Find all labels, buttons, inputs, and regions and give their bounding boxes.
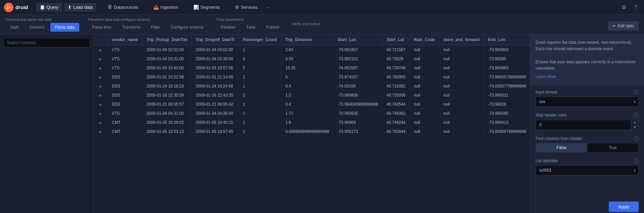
tab-partition[interactable]: Partition <box>216 23 240 32</box>
tab-tune[interactable]: Tune <box>242 23 260 32</box>
nav-item-segments[interactable]: 📊 Segments <box>190 3 224 11</box>
cell-trip-dropoff: 2009-01-24 16:24:56 <box>191 82 238 91</box>
cell-store-forward: null <box>439 55 484 64</box>
row-expand-btn[interactable]: ▶ <box>98 112 103 115</box>
search-input[interactable] <box>3 38 90 47</box>
tab-filter[interactable]: Filter <box>146 23 165 32</box>
col-expand <box>94 35 108 45</box>
services-icon: ⚙ <box>235 5 239 10</box>
table-area[interactable]: vendor_name Trip_Pickup_DateTim Trip_Dro… <box>94 35 530 213</box>
cell-start-lon: -74.00158 <box>333 82 382 91</box>
row-expand-btn[interactable]: ▶ <box>98 48 103 52</box>
table-body: ▶ VTS 2009-01-04 02:52:00 2009-01-04 03:… <box>94 45 530 136</box>
cell-end-lon: -73.990413 <box>484 118 530 127</box>
datasources-icon: 🗄 <box>108 5 112 10</box>
cell-start-lon: -74.002587 <box>333 64 382 73</box>
nav-item-query[interactable]: 📋 Query <box>36 3 62 11</box>
tab-configure-schema[interactable]: Configure schema <box>166 23 208 32</box>
list-delimiter-info-icon[interactable]: i <box>634 158 639 163</box>
tab-connect[interactable]: Connect <box>25 23 49 32</box>
cell-trip-distance: 4.55 <box>281 55 333 64</box>
cell-start-lat: 40.735006 <box>382 91 410 100</box>
load-data-icon: ⬆ <box>68 5 72 10</box>
cell-start-lon: -73.982102 <box>333 55 382 64</box>
cell-store-forward: null <box>439 100 484 109</box>
cell-trip-pickup: 2009-01-05 16:29:02 <box>142 118 192 127</box>
learn-more-link[interactable]: Learn more <box>536 74 556 79</box>
cell-trip-dropoff: 2009-01-04 04:36:00 <box>191 109 238 118</box>
tab-parse-time[interactable]: Parse time <box>87 23 116 32</box>
cell-vendor-name: VTS <box>108 55 142 64</box>
cell-trip-distance: 0.4 <box>281 82 333 91</box>
skip-header-increment[interactable]: ▲ <box>631 120 638 125</box>
cell-rate-code: null <box>410 55 439 64</box>
left-panel <box>0 35 94 213</box>
row-expand-btn[interactable]: ▶ <box>98 75 103 79</box>
row-expand-btn[interactable]: ▶ <box>98 84 103 88</box>
table-row: ▶ CMT 2009-01-05 18:53:13 2009-01-05 18:… <box>94 127 530 136</box>
wizard-group-verify: Verify and submit <box>292 22 320 27</box>
nav-divider-3 <box>186 4 186 11</box>
nav-item-load-data[interactable]: ⬆ Load data <box>64 3 96 11</box>
table-row: ▶ VTS 2009-01-03 15:43:00 2009-01-03 15:… <box>94 64 530 73</box>
cell-rate-code: null <box>410 64 439 73</box>
cell-start-lat: 40.721567 <box>382 45 410 55</box>
edit-spec-icon: ✏ <box>612 24 616 28</box>
nav-item-services[interactable]: ⚙ Services <box>232 3 261 11</box>
cell-rate-code: null <box>410 82 439 91</box>
skip-header-decrement[interactable]: ▼ <box>631 125 638 130</box>
find-columns-true-btn[interactable]: True <box>587 143 639 152</box>
row-expand-btn[interactable]: ▶ <box>98 57 103 61</box>
cell-start-lon: -73.991957 <box>333 45 382 55</box>
query-icon: 📋 <box>40 5 45 10</box>
nav-item-ingestion[interactable]: 📥 Ingestion <box>150 3 182 11</box>
cell-passenger-count: 1 <box>238 73 281 82</box>
input-format-info-icon[interactable]: i <box>634 90 639 95</box>
nav-item-datasources[interactable]: 🗄 Datasources <box>104 3 142 11</box>
cell-trip-dropoff: 2009-01-21 09:05:42 <box>191 100 238 109</box>
edit-spec-button[interactable]: ✏ Edit spec <box>608 22 639 30</box>
table-row: ▶ DDS 2009-01-24 16:18:23 2009-01-24 16:… <box>94 82 530 91</box>
tab-parse-data[interactable]: Parse data <box>50 23 79 32</box>
find-columns-info-icon[interactable]: i <box>634 136 639 141</box>
cell-start-lon: -73.984049999999998 <box>333 100 382 109</box>
cell-end-lon: -73.98026 <box>484 100 530 109</box>
form-row-skip-header: Skip header rows i ▲ ▼ <box>536 113 639 130</box>
wizard-group-label-verify: Verify and submit <box>292 22 320 26</box>
data-table: vendor_name Trip_Pickup_DateTim Trip_Dro… <box>94 35 530 136</box>
table-row: ▶ CMT 2009-01-05 16:29:02 2009-01-05 16:… <box>94 118 530 127</box>
row-expand-btn[interactable]: ▶ <box>98 121 103 125</box>
skip-header-spinner: ▲ ▼ <box>631 119 639 130</box>
apply-bar: Apply <box>530 198 644 213</box>
input-format-select[interactable]: csv json tsv parquet <box>536 97 639 107</box>
nav-item-more[interactable]: ··· <box>264 3 274 11</box>
find-columns-false-btn[interactable]: False <box>536 143 587 152</box>
row-expand-btn[interactable]: ▶ <box>98 130 103 134</box>
settings-button[interactable]: ⚙ <box>619 3 629 12</box>
row-expand-btn[interactable]: ▶ <box>98 94 103 97</box>
tab-transform[interactable]: Transform <box>117 23 145 32</box>
row-expand-btn[interactable]: ▶ <box>98 66 103 70</box>
cell-store-forward: null <box>439 73 484 82</box>
skip-header-input[interactable] <box>536 120 631 130</box>
list-delimiter-select[interactable]: \u0001 , | \t <box>536 165 639 175</box>
cell-rate-code: null <box>410 100 439 109</box>
skip-header-info-icon[interactable]: i <box>634 113 639 117</box>
cell-rate-code: null <box>410 73 439 82</box>
nav-label-ingestion: Ingestion <box>160 5 178 10</box>
apply-button[interactable]: Apply <box>609 202 639 212</box>
tab-publish[interactable]: Publish <box>262 23 284 32</box>
row-expand-btn[interactable]: ▶ <box>98 103 103 106</box>
input-format-select-wrapper: csv json tsv parquet <box>536 97 639 107</box>
cell-start-lon: -73.989806 <box>333 91 382 100</box>
cell-store-forward: null <box>439 45 484 55</box>
cell-rate-code: null <box>410 109 439 118</box>
help-button[interactable]: ? <box>632 3 640 12</box>
cell-trip-pickup: 2009-01-24 16:18:23 <box>142 82 192 91</box>
wizard-steps: Connect and parse raw data Start Connect… <box>5 17 639 32</box>
info-box-text: Druid requires flat data (non-nested, no… <box>536 39 639 72</box>
nav-label-services: Services <box>241 5 258 10</box>
cell-end-lon: -73.995585 <box>484 109 530 118</box>
tab-start[interactable]: Start <box>5 23 23 32</box>
col-start-lon: Start_Lon <box>333 35 382 45</box>
